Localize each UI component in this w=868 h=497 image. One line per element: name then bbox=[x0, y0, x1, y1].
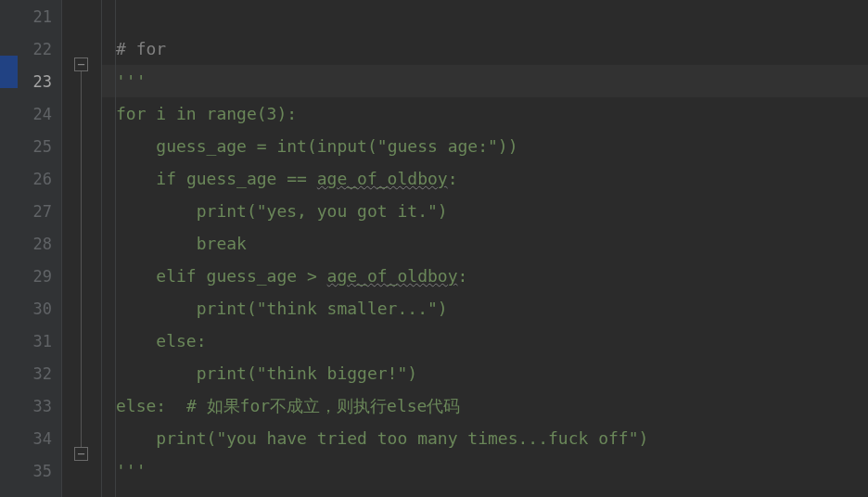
code-line[interactable]: break bbox=[102, 227, 868, 260]
code-line[interactable]: if guess_age == age_of_oldboy: bbox=[102, 162, 868, 195]
line-number[interactable]: 28 bbox=[18, 227, 61, 260]
fold-guide-line bbox=[81, 71, 82, 447]
code-line[interactable] bbox=[102, 0, 868, 32]
code-line[interactable]: print("you have tried too many times...f… bbox=[102, 422, 868, 454]
line-number[interactable]: 32 bbox=[18, 357, 61, 389]
code-line[interactable]: print("yes, you got it.") bbox=[102, 195, 868, 227]
code-line[interactable]: else: # 如果for不成立，则执行else代码 bbox=[102, 389, 868, 422]
line-number[interactable]: 35 bbox=[18, 454, 61, 487]
fold-gutter[interactable]: − − bbox=[62, 0, 102, 497]
code-line[interactable]: else: bbox=[102, 325, 868, 357]
fold-collapse-icon[interactable]: − bbox=[74, 447, 88, 461]
line-number[interactable]: 23 bbox=[18, 65, 61, 97]
code-line[interactable]: print("think smaller...") bbox=[102, 292, 868, 325]
line-number[interactable]: 33 bbox=[18, 389, 61, 422]
line-number[interactable]: 27 bbox=[18, 195, 61, 227]
code-line[interactable]: for i in range(3): bbox=[102, 97, 868, 130]
line-number[interactable]: 29 bbox=[18, 260, 61, 292]
line-number-gutter[interactable]: 21 22 23 24 25 26 27 28 29 30 31 32 33 3… bbox=[18, 0, 62, 497]
line-number[interactable]: 26 bbox=[18, 162, 61, 195]
code-line[interactable]: print("think bigger!") bbox=[102, 357, 868, 389]
line-number[interactable]: 21 bbox=[18, 0, 61, 32]
line-number[interactable]: 36 bbox=[18, 487, 61, 497]
code-line[interactable]: elif guess_age > age_of_oldboy: bbox=[102, 260, 868, 292]
code-line[interactable]: # for bbox=[102, 32, 868, 65]
line-number[interactable]: 24 bbox=[18, 97, 61, 130]
code-line[interactable]: ''' bbox=[102, 65, 868, 97]
code-line[interactable]: ''' bbox=[102, 454, 868, 487]
code-editor[interactable]: # for ''' for i in range(3): guess_age =… bbox=[102, 0, 868, 497]
line-number[interactable]: 30 bbox=[18, 292, 61, 325]
line-number[interactable]: 22 bbox=[18, 32, 61, 65]
code-line[interactable] bbox=[102, 487, 868, 497]
line-number[interactable]: 34 bbox=[18, 422, 61, 454]
fold-collapse-icon[interactable]: − bbox=[74, 57, 88, 71]
code-line[interactable]: guess_age = int(input("guess age:")) bbox=[102, 130, 868, 162]
editor-margin bbox=[0, 0, 18, 497]
line-number[interactable]: 25 bbox=[18, 130, 61, 162]
current-line-indicator bbox=[0, 56, 18, 88]
line-number[interactable]: 31 bbox=[18, 325, 61, 357]
